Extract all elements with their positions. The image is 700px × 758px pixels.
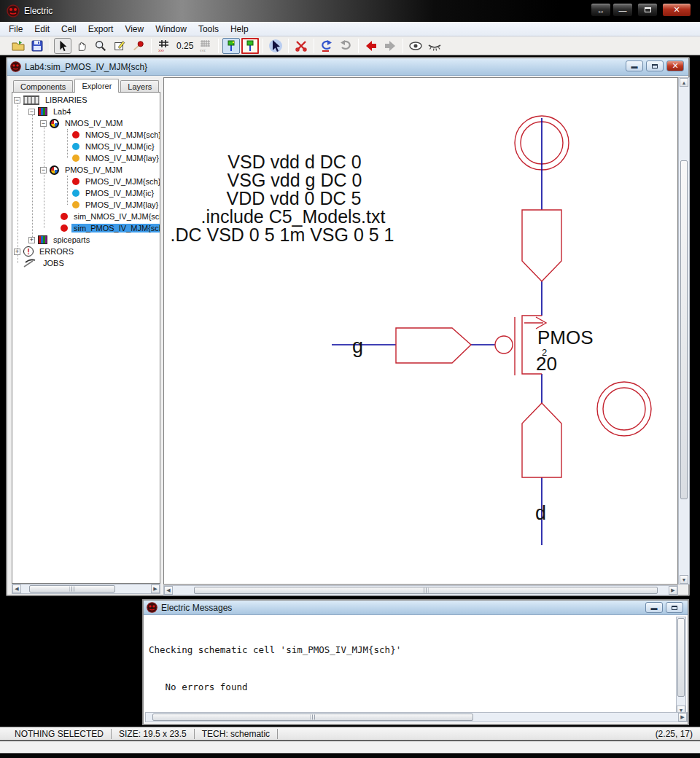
- menu-file[interactable]: File: [3, 23, 28, 36]
- scroll-right-icon[interactable]: ▶: [669, 586, 677, 595]
- collapse-expander[interactable]: −: [14, 97, 20, 103]
- probe-button[interactable]: [130, 38, 147, 54]
- menu-view[interactable]: View: [119, 23, 149, 36]
- tree-item-pmos-sch[interactable]: PMOS_IV_MJM{sch}: [12, 176, 160, 187]
- tree-item-nmos-iv-mjm[interactable]: − NMOS_IV_MJM: [12, 117, 160, 129]
- tree-item-libraries[interactable]: − LIBRARIES: [12, 94, 160, 106]
- tree-item-pmos-lay[interactable]: PMOS_IV_MJM{lay}: [12, 199, 160, 211]
- edit-maximize-button[interactable]: [646, 60, 664, 71]
- scroll-left-icon[interactable]: ◀: [12, 585, 21, 593]
- edit-minimize-button[interactable]: ▬: [626, 60, 643, 71]
- tree-item-nmos-ic[interactable]: NMOS_IV_MJM{ic}: [12, 141, 160, 152]
- scrollbar-thumb[interactable]: [194, 587, 658, 594]
- messages-console[interactable]: Checking schematic cell 'sim_PMOS_IV_MJM…: [145, 617, 677, 715]
- device-label: PMOS: [537, 327, 594, 348]
- scrollbar-thumb[interactable]: [680, 160, 688, 499]
- tab-components[interactable]: Components: [13, 80, 73, 93]
- menu-export[interactable]: Export: [82, 23, 120, 36]
- grid-spacing-value[interactable]: 0.25: [174, 41, 196, 51]
- toolbar-separator: [218, 39, 219, 53]
- messages-minimize-button[interactable]: ▬: [645, 602, 663, 613]
- grid-fine-button[interactable]: ‹‹‹: [197, 38, 214, 54]
- icon-view-icon: [72, 143, 79, 150]
- menu-edit[interactable]: Edit: [28, 23, 55, 36]
- collapse-expander[interactable]: −: [28, 109, 35, 115]
- schematic-canvas[interactable]: VSD vdd d DC 0 VSG vdd g DC 0 VDD vdd 0 …: [163, 77, 678, 585]
- scrollbar-thumb[interactable]: [152, 714, 473, 721]
- canvas-vertical-scrollbar[interactable]: ▲ ▼: [678, 77, 690, 585]
- scrollbar-thumb[interactable]: [29, 585, 115, 593]
- tab-layers[interactable]: Layers: [120, 80, 159, 93]
- library-building-icon: [23, 95, 39, 105]
- minimize-button[interactable]: —: [612, 3, 633, 17]
- scroll-right-icon[interactable]: ▶: [151, 585, 160, 593]
- tree-item-nmos-lay[interactable]: NMOS_IV_MJM{lay}: [12, 152, 160, 164]
- open-library-button[interactable]: [9, 38, 27, 54]
- messages-maximize-button[interactable]: [666, 602, 683, 613]
- expand-expander[interactable]: +: [28, 237, 35, 243]
- menu-tools[interactable]: Tools: [192, 23, 225, 36]
- gate-label: g: [352, 335, 363, 357]
- canvas-horizontal-scrollbar[interactable]: ◀ ▶: [163, 585, 678, 595]
- go-back-button[interactable]: [362, 38, 380, 54]
- undo-button[interactable]: [318, 38, 335, 54]
- collapse-expander[interactable]: −: [40, 167, 47, 173]
- main-title-bar[interactable]: Electric ↔ — ✕: [0, 0, 700, 22]
- messages-horizontal-scrollbar[interactable]: ▶: [145, 712, 688, 722]
- messages-vertical-scrollbar[interactable]: ▼: [676, 617, 686, 715]
- toggle-exports-button[interactable]: [241, 38, 259, 54]
- grid-coarse-button[interactable]: ›››: [155, 38, 173, 54]
- console-line: Checking schematic cell 'sim_PMOS_IV_MJM…: [149, 644, 677, 656]
- tools-icon: [294, 39, 308, 53]
- menu-cell[interactable]: Cell: [55, 23, 82, 36]
- scroll-up-icon[interactable]: ▲: [680, 78, 688, 87]
- tree-item-lab4[interactable]: − Lab4: [12, 106, 160, 117]
- pan-mode-button[interactable]: [73, 38, 90, 54]
- scrollbar-thumb[interactable]: [677, 618, 685, 697]
- tree-item-nmos-sch[interactable]: NMOS_IV_MJM{sch}: [12, 129, 160, 141]
- check-repair-button[interactable]: [292, 38, 310, 54]
- collapse-expander[interactable]: −: [40, 120, 47, 127]
- scroll-down-icon[interactable]: ▼: [680, 575, 688, 584]
- menu-window[interactable]: Window: [149, 23, 192, 36]
- maximize-button[interactable]: [637, 3, 658, 17]
- window-switch-button[interactable]: ↔: [591, 3, 611, 17]
- toolbar-separator: [288, 39, 289, 53]
- redo-button[interactable]: [337, 38, 354, 54]
- edit-window-title-bar[interactable]: Lab4:sim_PMOS_IV_MJM{sch} ▬ ✕: [7, 58, 688, 76]
- tree-horizontal-scrollbar[interactable]: ◀ ▶: [12, 584, 160, 594]
- tree-item-jobs[interactable]: JOBS: [12, 257, 160, 269]
- zoom-mode-button[interactable]: [92, 38, 109, 54]
- expand-hierarchy-button[interactable]: [407, 38, 424, 54]
- messages-window-title: Electric Messages: [161, 603, 232, 613]
- scroll-left-icon[interactable]: ◀: [164, 586, 173, 595]
- menu-help[interactable]: Help: [225, 23, 254, 36]
- close-button[interactable]: ✕: [662, 3, 691, 17]
- undo-icon: [319, 39, 334, 53]
- layout-view-icon: [72, 155, 79, 162]
- tree-item-errors[interactable]: + ! ERRORS: [12, 246, 160, 257]
- tree-item-pmos-ic[interactable]: PMOS_IV_MJM{ic}: [12, 187, 160, 199]
- spice-line-3: VDD vdd 0 DC 5: [227, 188, 362, 208]
- tree-item-spiceparts[interactable]: + spiceparts: [12, 234, 160, 246]
- tree-item-pmos-iv-mjm[interactable]: − PMOS_IV_MJM: [12, 164, 160, 176]
- edit-window-title: Lab4:sim_PMOS_IV_MJM{sch}: [25, 62, 147, 72]
- tree-item-sim-nmos-sch[interactable]: sim_NMOS_IV_MJM{sch}: [12, 211, 160, 222]
- objects-select-button[interactable]: [267, 38, 284, 54]
- go-forward-button[interactable]: [381, 38, 399, 54]
- electric-app-icon: [147, 602, 158, 613]
- gate-connector: [396, 328, 471, 363]
- select-mode-button[interactable]: [54, 38, 71, 54]
- messages-title-bar[interactable]: Electric Messages ▬: [144, 601, 688, 615]
- save-library-button[interactable]: [28, 38, 46, 54]
- toggle-pins-button[interactable]: [222, 38, 240, 54]
- probe-icon: [132, 39, 145, 52]
- edit-close-button[interactable]: ✕: [666, 60, 684, 71]
- tab-explorer[interactable]: Explorer: [74, 79, 119, 93]
- tree-item-sim-pmos-sch[interactable]: sim_PMOS_IV_MJM{sch}: [12, 222, 160, 234]
- expand-expander[interactable]: +: [14, 249, 20, 255]
- collapse-hierarchy-button[interactable]: [426, 38, 443, 54]
- status-separator: [194, 729, 195, 739]
- edit-cell-button[interactable]: [111, 38, 128, 54]
- scroll-right-icon[interactable]: ▶: [678, 713, 687, 722]
